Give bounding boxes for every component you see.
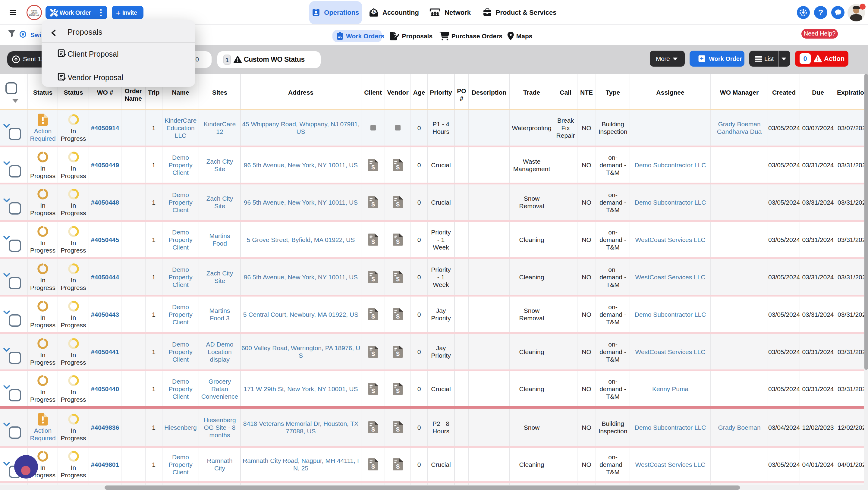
svg-text:$: $ xyxy=(371,387,375,394)
svg-text:$: $ xyxy=(396,463,400,470)
svg-text:$: $ xyxy=(396,350,400,357)
svg-text:$: $ xyxy=(396,275,400,282)
svg-text:$: $ xyxy=(371,201,375,208)
svg-text:$: $ xyxy=(373,10,375,13)
svg-text:$: $ xyxy=(396,238,400,245)
svg-text:$: $ xyxy=(396,313,400,320)
svg-text:$: $ xyxy=(396,426,400,433)
svg-text:$: $ xyxy=(371,313,375,320)
svg-text:$: $ xyxy=(371,238,375,245)
svg-text:$: $ xyxy=(396,201,400,208)
svg-text:$: $ xyxy=(396,387,400,394)
svg-text:$: $ xyxy=(371,463,375,470)
svg-text:$: $ xyxy=(396,164,400,171)
svg-text:$: $ xyxy=(371,426,375,433)
svg-text:$: $ xyxy=(371,350,375,357)
svg-text:$: $ xyxy=(371,164,375,171)
svg-text:$: $ xyxy=(371,275,375,282)
